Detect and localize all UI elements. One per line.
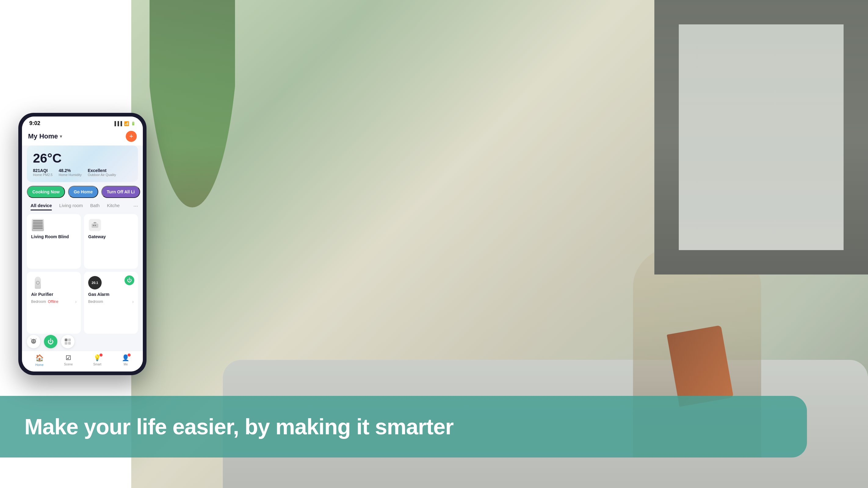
blind-slat: [33, 226, 43, 227]
nav-smart[interactable]: 💡 Smart: [93, 354, 101, 367]
phone-mockup: 9:02 ▐▐▐ 📶 🔋 My Home ▾ + 26°C: [9, 0, 156, 488]
turn-off-all-button[interactable]: Turn Off All Li: [101, 186, 141, 198]
svg-point-7: [34, 341, 35, 341]
gas-sub: Bedroom ›: [88, 299, 134, 304]
gas-device-name: Gas Alarm: [88, 292, 134, 297]
device-card-air-purifier[interactable]: Air Purifier Bedroom Offline ›: [27, 272, 81, 334]
weather-stats: 821AQI Home PM2.5 48.2% Home Humidity Ex…: [33, 168, 132, 176]
svg-rect-11: [68, 342, 71, 345]
blind-slat: [33, 222, 43, 223]
weather-temperature: 26°C: [33, 151, 132, 166]
air-purifier-device-name: Air Purifier: [31, 292, 76, 297]
gateway-svg: [90, 221, 99, 230]
home-nav-icon: 🏠: [35, 354, 44, 362]
gas-room: Bedroom: [88, 299, 103, 304]
scene-nav-label: Scene: [64, 363, 73, 366]
quality-value: Excellent: [88, 168, 116, 173]
svg-rect-1: [93, 225, 94, 226]
app-header: My Home ▾ +: [22, 128, 143, 145]
device-card-blind[interactable]: Living Room Blind: [27, 214, 81, 269]
blind-icon: [32, 219, 44, 231]
bottom-icons-row: ⏻: [22, 335, 143, 351]
tabs-more-icon[interactable]: ···: [133, 203, 138, 209]
svg-rect-9: [68, 338, 71, 341]
me-badge: [128, 354, 131, 357]
device-grid: Living Room Blind: [22, 213, 143, 335]
phone-screen: 9:02 ▐▐▐ 📶 🔋 My Home ▾ + 26°C: [22, 117, 143, 371]
go-home-button[interactable]: Go Home: [68, 186, 98, 198]
svg-rect-10: [65, 342, 67, 345]
cooking-now-button[interactable]: Cooking Now: [27, 186, 65, 198]
gas-power-button[interactable]: ⏻: [125, 275, 134, 285]
aqi-label: Home PM2.5: [33, 173, 53, 176]
power-active-icon[interactable]: ⏻: [44, 335, 57, 348]
blind-icon-wrapper: [31, 218, 44, 232]
air-purifier-status: Offline: [48, 299, 58, 304]
air-purifier-icon: [35, 276, 41, 289]
air-purifier-sub: Bedroom Offline ›: [31, 299, 76, 304]
humidity-stat: 48.2% Home Humidity: [59, 168, 82, 176]
humidity-label: Home Humidity: [59, 173, 82, 176]
device-list-icon[interactable]: [61, 335, 74, 348]
nav-scene[interactable]: ☑ Scene: [64, 354, 73, 367]
tab-living-room[interactable]: Living room: [56, 202, 87, 210]
home-dropdown-icon: ▾: [60, 134, 62, 139]
svg-rect-8: [65, 338, 67, 341]
me-nav-label: Me: [124, 363, 128, 366]
smart-nav-label: Smart: [93, 363, 101, 366]
tab-all-device[interactable]: All device: [27, 202, 56, 210]
phone-body: 9:02 ▐▐▐ 📶 🔋 My Home ▾ + 26°C: [18, 113, 147, 375]
quality-stat: Excellent Outdoor Air Quality: [88, 168, 116, 176]
device-tabs: All device Living room Bath Kitche ···: [22, 202, 143, 213]
nav-home[interactable]: 🏠 Home: [35, 354, 44, 367]
air-purifier-circle: [36, 281, 40, 285]
smart-badge: [99, 354, 102, 357]
tab-bath[interactable]: Bath: [87, 202, 103, 210]
status-icons: ▐▐▐ 📶 🔋: [113, 121, 135, 126]
air-purifier-icon-wrapper: [31, 276, 44, 289]
blind-slat: [33, 220, 43, 221]
air-purifier-chevron-icon[interactable]: ›: [75, 299, 76, 304]
wifi-icon: 📶: [124, 121, 129, 126]
weather-card: 26°C 821AQI Home PM2.5 48.2% Home Humidi…: [27, 145, 138, 182]
gas-chevron-icon[interactable]: ›: [132, 299, 134, 304]
cat-device-icon[interactable]: [27, 335, 40, 348]
gateway-icon-wrapper: [88, 218, 102, 232]
home-nav-label: Home: [35, 363, 44, 367]
device-list-svg: [64, 338, 71, 345]
humidity-value: 48.2%: [59, 168, 82, 173]
aqi-stat: 821AQI Home PM2.5: [33, 168, 53, 176]
gas-icon-wrapper: 20.1: [88, 276, 102, 289]
gas-display: 20.1: [88, 276, 102, 289]
blind-slat: [33, 225, 43, 226]
battery-icon: 🔋: [131, 121, 135, 126]
aqi-value: 821AQI: [33, 168, 53, 173]
device-card-gas-alarm[interactable]: ⏻ 20.1 Gas Alarm Bedroom ›: [84, 272, 138, 334]
home-title-row[interactable]: My Home ▾: [28, 132, 62, 140]
blind-slat: [33, 223, 43, 224]
status-time: 9:02: [29, 120, 40, 127]
nav-me[interactable]: 👤 Me: [122, 354, 129, 367]
air-purifier-room: Bedroom: [31, 299, 46, 304]
blind-device-name: Living Room Blind: [31, 234, 76, 239]
bottom-nav: 🏠 Home ☑ Scene 💡 Smart 👤 Me: [22, 351, 143, 371]
device-card-gateway[interactable]: Gateway: [84, 214, 138, 269]
gateway-device-name: Gateway: [88, 234, 134, 239]
svg-point-6: [32, 341, 33, 341]
gateway-icon: [89, 219, 101, 231]
signal-icon: ▐▐▐: [113, 121, 122, 126]
scene-buttons: Cooking Now Go Home Turn Off All Li: [22, 186, 143, 202]
quality-label: Outdoor Air Quality: [88, 173, 116, 176]
blind-slat: [33, 228, 43, 229]
tab-kitchen[interactable]: Kitche: [103, 202, 123, 210]
add-button[interactable]: +: [126, 131, 137, 142]
svg-rect-2: [95, 225, 96, 226]
home-title-text: My Home: [28, 132, 58, 140]
scene-nav-icon: ☑: [66, 354, 71, 361]
status-bar: 9:02 ▐▐▐ 📶 🔋: [22, 117, 143, 128]
cat-svg-icon: [30, 338, 37, 345]
